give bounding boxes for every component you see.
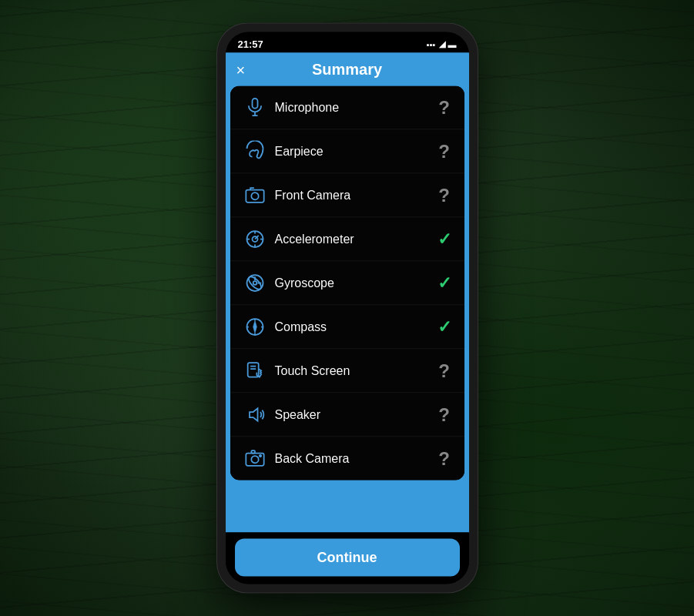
touch-screen-icon xyxy=(241,357,269,385)
wifi-icon: ◢ xyxy=(439,39,445,49)
continue-button[interactable]: Continue xyxy=(235,539,460,577)
touch-screen-label: Touch Screen xyxy=(275,364,435,378)
phone-wrapper: 21:57 ▪▪▪ ◢ ▬ × Summary xyxy=(216,23,478,594)
gyroscope-label: Gyroscope xyxy=(275,276,435,290)
list-item-back-camera[interactable]: Back Camera ? xyxy=(230,437,464,480)
earpiece-label: Earpiece xyxy=(275,145,435,159)
list-item-accelerometer[interactable]: Accelerometer ✓ xyxy=(230,218,464,262)
svg-point-30 xyxy=(259,455,260,457)
close-button[interactable]: × xyxy=(236,62,246,77)
front-camera-icon xyxy=(241,182,269,209)
svg-point-28 xyxy=(251,456,258,463)
list-item-compass[interactable]: Compass ✓ xyxy=(230,306,464,350)
speaker-label: Speaker xyxy=(275,408,435,422)
svg-point-14 xyxy=(253,281,256,285)
signal-icon: ▪▪▪ xyxy=(427,39,436,49)
accelerometer-status: ✓ xyxy=(435,229,454,249)
speaker-icon xyxy=(241,401,269,429)
app-container: × Summary xyxy=(226,53,469,533)
speaker-status: ? xyxy=(435,406,454,424)
list-item-front-camera[interactable]: Front Camera ? xyxy=(230,174,464,218)
back-camera-label: Back Camera xyxy=(275,452,435,466)
microphone-status: ? xyxy=(435,99,454,117)
status-icons: ▪▪▪ ◢ ▬ xyxy=(427,39,457,49)
front-camera-label: Front Camera xyxy=(275,189,435,203)
list-item-touch-screen[interactable]: Touch Screen ? xyxy=(230,350,464,393)
svg-rect-29 xyxy=(251,450,255,454)
battery-icon: ▬ xyxy=(448,39,457,49)
accelerometer-icon xyxy=(241,226,269,253)
svg-marker-18 xyxy=(253,320,256,333)
microphone-icon xyxy=(241,94,269,122)
back-camera-status: ? xyxy=(435,450,454,468)
svg-rect-3 xyxy=(246,190,263,203)
list-item-earpiece[interactable]: Earpiece ? xyxy=(230,130,464,174)
microphone-label: Microphone xyxy=(275,101,435,115)
continue-button-wrap: Continue xyxy=(230,533,464,577)
redo-button-wrap: Redo failed tests! xyxy=(226,480,469,524)
front-camera-status: ? xyxy=(435,186,454,205)
svg-rect-0 xyxy=(252,99,257,109)
touch-screen-status: ? xyxy=(435,362,454,380)
accelerometer-label: Accelerometer xyxy=(275,233,435,246)
continue-wrap-outer: Continue xyxy=(226,533,469,584)
status-time: 21:57 xyxy=(238,38,263,50)
back-camera-icon xyxy=(241,445,269,473)
compass-icon xyxy=(241,313,269,341)
app-header: × Summary xyxy=(226,53,469,86)
earpiece-status: ? xyxy=(435,142,454,161)
list-item-microphone[interactable]: Microphone ? xyxy=(230,86,464,130)
phone-frame: 21:57 ▪▪▪ ◢ ▬ × Summary xyxy=(216,23,478,594)
gyroscope-status: ✓ xyxy=(435,273,454,293)
items-list: Microphone ? Earpiece ? xyxy=(230,86,464,480)
gyroscope-icon xyxy=(241,270,269,297)
earpiece-icon xyxy=(241,138,269,166)
svg-marker-26 xyxy=(250,408,258,420)
status-bar: 21:57 ▪▪▪ ◢ ▬ xyxy=(226,32,469,53)
phone-screen: 21:57 ▪▪▪ ◢ ▬ × Summary xyxy=(226,32,469,584)
list-item-speaker[interactable]: Speaker ? xyxy=(230,393,464,437)
page-title: Summary xyxy=(312,61,382,79)
redo-button[interactable]: Redo failed tests! xyxy=(230,487,464,521)
list-item-gyroscope[interactable]: Gyroscope ✓ xyxy=(230,262,464,306)
svg-point-4 xyxy=(251,192,258,199)
compass-status: ✓ xyxy=(435,317,454,337)
compass-label: Compass xyxy=(275,320,435,334)
